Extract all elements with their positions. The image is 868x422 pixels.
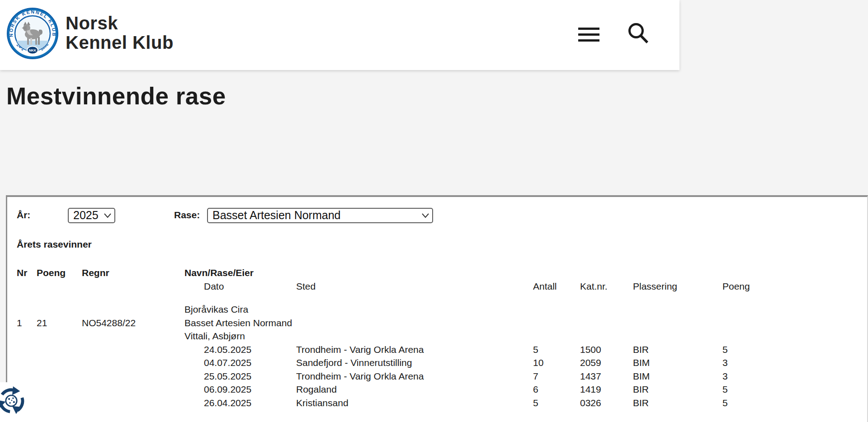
col-header-dato: Dato bbox=[204, 280, 296, 293]
brand-line1: Norsk bbox=[66, 14, 174, 33]
result-place: Trondheim - Varig Orkla Arena bbox=[296, 343, 533, 356]
winner-main-row: 1 21 NO54288/22 Basset Artesien Normand bbox=[17, 316, 867, 330]
cookie-settings-button[interactable] bbox=[0, 382, 37, 422]
logo-badge-text: NKK bbox=[29, 48, 37, 52]
result-plassering: BIR bbox=[633, 383, 722, 396]
result-antall: 5 bbox=[533, 396, 580, 410]
result-row: 06.09.2025 Rogaland 6 1419 BIR 5 bbox=[17, 383, 867, 396]
result-place: Rogaland bbox=[296, 383, 533, 396]
year-select-wrap: 2025 bbox=[68, 208, 115, 223]
result-plassering: BIR bbox=[633, 396, 722, 410]
col-header-navn: Navn/Rase/Eier bbox=[184, 266, 822, 280]
year-select[interactable]: 2025 bbox=[68, 208, 115, 223]
winner-regnr: NO54288/22 bbox=[82, 316, 184, 330]
brand-wordmark[interactable]: Norsk Kennel Klub bbox=[66, 14, 174, 52]
nkk-logo[interactable]: NORSK KENNEL KLUB 24-1 1898 bbox=[5, 6, 60, 61]
winner-owner-row: Vittali, Asbjørn bbox=[17, 329, 867, 343]
table-header-row-2: Dato Sted Antall Kat.nr. Plassering Poen… bbox=[17, 280, 867, 293]
result-row: 26.04.2025 Kristiansand 5 0326 BIR 5 bbox=[17, 396, 867, 410]
result-place: Trondheim - Varig Orkla Arena bbox=[296, 370, 533, 383]
result-poeng: 3 bbox=[722, 356, 822, 370]
result-antall: 6 bbox=[533, 383, 580, 396]
page-title: Mestvinnende rase bbox=[6, 82, 226, 110]
hamburger-menu-button[interactable] bbox=[571, 20, 607, 49]
result-plassering: BIR bbox=[633, 343, 722, 356]
result-date: 06.09.2025 bbox=[204, 383, 296, 396]
result-poeng: 3 bbox=[722, 370, 822, 383]
section-heading: Årets rasevinner bbox=[17, 239, 92, 250]
result-antall: 5 bbox=[533, 343, 580, 356]
col-header-poeng: Poeng bbox=[37, 266, 82, 280]
search-icon bbox=[625, 20, 653, 47]
table-header-row-1: Nr Poeng Regnr Navn/Rase/Eier bbox=[17, 266, 867, 280]
result-date: 26.04.2025 bbox=[204, 396, 296, 410]
nkk-logo-icon: NORSK KENNEL KLUB 24-1 1898 bbox=[5, 6, 60, 61]
brand-line2: Kennel Klub bbox=[66, 33, 174, 52]
col-header-nr: Nr bbox=[17, 266, 37, 280]
result-antall: 7 bbox=[533, 370, 580, 383]
result-date: 24.05.2025 bbox=[204, 343, 296, 356]
col-header-antall: Antall bbox=[533, 280, 580, 293]
result-poeng: 5 bbox=[722, 383, 822, 396]
result-poeng: 5 bbox=[722, 343, 822, 356]
dog-breed: Basset Artesien Normand bbox=[184, 316, 822, 330]
result-katnr: 2059 bbox=[580, 356, 633, 370]
results-table: Nr Poeng Regnr Navn/Rase/Eier Dato Sted … bbox=[17, 266, 867, 409]
result-poeng: 5 bbox=[722, 396, 822, 410]
col-header-sted: Sted bbox=[296, 280, 533, 293]
winner-nr: 1 bbox=[17, 316, 37, 330]
result-row: 04.07.2025 Sandefjord - Vinnerutstilling… bbox=[17, 356, 867, 370]
result-place: Kristiansand bbox=[296, 396, 533, 410]
year-label: År: bbox=[17, 210, 30, 220]
dog-owner: Vittali, Asbjørn bbox=[184, 329, 822, 343]
result-antall: 10 bbox=[533, 356, 580, 370]
breed-label: Rase: bbox=[174, 210, 200, 220]
result-katnr: 1437 bbox=[580, 370, 633, 383]
result-date: 25.05.2025 bbox=[204, 370, 296, 383]
search-button[interactable] bbox=[623, 19, 655, 50]
winner-poeng: 21 bbox=[37, 316, 82, 330]
cookie-settings-icon bbox=[0, 385, 27, 416]
result-katnr: 1500 bbox=[580, 343, 633, 356]
result-katnr: 1419 bbox=[580, 383, 633, 396]
dog-name: Bjoråvikas Cira bbox=[184, 303, 822, 316]
filter-row: År: 2025 Rase: Basset Artesien Normand bbox=[0, 207, 868, 224]
header-bar: NORSK KENNEL KLUB 24-1 1898 bbox=[0, 0, 679, 70]
result-row: 25.05.2025 Trondheim - Varig Orkla Arena… bbox=[17, 370, 867, 383]
result-katnr: 0326 bbox=[580, 396, 633, 410]
result-row: 24.05.2025 Trondheim - Varig Orkla Arena… bbox=[17, 343, 867, 356]
result-plassering: BIM bbox=[633, 356, 722, 370]
winner-name-row: Bjoråvikas Cira bbox=[17, 303, 867, 316]
result-place: Sandefjord - Vinnerutstilling bbox=[296, 356, 533, 370]
col-header-poeng2: Poeng bbox=[722, 280, 822, 293]
col-header-katnr: Kat.nr. bbox=[580, 280, 633, 293]
result-plassering: BIM bbox=[633, 370, 722, 383]
col-header-plassering: Plassering bbox=[633, 280, 722, 293]
breed-select[interactable]: Basset Artesien Normand bbox=[207, 208, 433, 223]
result-date: 04.07.2025 bbox=[204, 356, 296, 370]
col-header-regnr: Regnr bbox=[82, 266, 184, 280]
hamburger-icon bbox=[578, 28, 599, 30]
breed-select-wrap: Basset Artesien Normand bbox=[207, 208, 433, 223]
